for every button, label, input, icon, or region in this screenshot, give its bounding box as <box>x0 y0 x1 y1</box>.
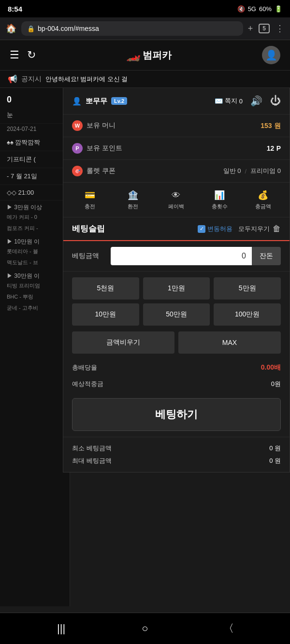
action-charge-amount[interactable]: 💰 충금액 <box>255 189 271 210</box>
odds-label: 총배당율 <box>72 363 97 372</box>
clear-all-label: 모두지우기 <box>238 225 270 233</box>
quick-btn-100000[interactable]: 10만원 <box>72 303 139 326</box>
left-entry-2: 기프티콘 ( <box>0 151 70 168</box>
user-info-left: 👤 뽀무무 Lv.2 <box>72 97 127 106</box>
action-icons-row: 💳 충전 🏦 환전 👁 페이백 📊 충횟수 💰 충금액 <box>63 183 290 217</box>
quick-btn-500000[interactable]: 50만원 <box>143 303 210 326</box>
site-header: ☰ ↻ 🏎️ 범퍼카 👤 <box>0 40 290 71</box>
quick-btn-1000000[interactable]: 100만원 <box>214 303 281 326</box>
nav-home-button[interactable]: ○ <box>135 619 155 638</box>
refresh-icon[interactable]: ↻ <box>27 49 36 61</box>
max-bet-label: 최대 베팅금액 <box>72 457 112 465</box>
balance-money-left: W 보유 머니 <box>72 120 116 131</box>
main-content: 0 눈 2024-07-21 ♠♠ 깜짝깜짝 기프티콘 ( - 7 월 21일 … <box>0 88 290 606</box>
min-bet-value: 0 원 <box>269 444 281 453</box>
url-text: bp-004.com/#messa <box>38 25 237 32</box>
nav-back-button[interactable]: ||| <box>52 619 71 638</box>
balance-points-value-area: 12 P <box>267 144 281 153</box>
bet-button[interactable]: 베팅하기 <box>72 398 281 431</box>
status-icons: 🔇 5G 60% 🔋 <box>237 5 282 13</box>
max-bet-row: 최대 베팅금액 0 원 <box>72 455 281 467</box>
balance-check-button[interactable]: 잔돈 <box>252 247 281 265</box>
browser-home-button[interactable]: 🏠 <box>6 23 16 34</box>
balance-points-value: 12 <box>267 144 275 152</box>
betting-amount-row: 베팅금액 잔돈 <box>63 241 290 272</box>
coupon-normal: 일반 0 <box>223 167 241 175</box>
message-icon: ✉️ <box>215 97 223 105</box>
clear-all-button[interactable]: 모두지우기 🗑 <box>238 224 281 234</box>
balance-money-label: 보유 머니 <box>87 121 116 130</box>
left-entry-3: - 7 월 21일 <box>0 168 70 185</box>
left-date: 2024-07-21 <box>0 124 70 134</box>
lock-icon: 🔒 <box>27 25 35 32</box>
battery-icon: 60% <box>259 5 272 13</box>
min-bet-label: 최소 베팅금액 <box>72 444 112 453</box>
clear-amount-button[interactable]: 금액비우기 <box>72 331 174 354</box>
charge-label: 충전 <box>85 203 95 210</box>
user-info-right: ✉️ 쪽지 0 🔊 ⏻ <box>215 95 281 107</box>
site-logo: 🏎️ 범퍼카 <box>126 48 172 62</box>
action-charge-count[interactable]: 📊 충횟수 <box>212 189 228 210</box>
odds-value: 0.00배 <box>261 363 281 372</box>
payback-icon: 👁 <box>168 189 184 201</box>
wallet-w-icon: W <box>72 120 83 131</box>
power-button[interactable]: ⏻ <box>270 95 281 107</box>
left-entry-7: 컴포즈 커피 - <box>0 224 70 235</box>
status-bar: 8:54 🔇 5G 60% 🔋 <box>0 0 290 17</box>
user-avatar-button[interactable]: 👤 <box>262 46 280 64</box>
logo-car-icon: 🏎️ <box>126 48 141 62</box>
amount-label: 베팅금액 <box>72 252 111 260</box>
amount-input[interactable] <box>111 247 252 265</box>
new-tab-button[interactable]: + <box>248 24 253 34</box>
left-entry-14: 굳네 - 고추비 <box>0 303 70 315</box>
signal-icon: 5G <box>248 5 256 13</box>
action-payback[interactable]: 👁 페이백 <box>168 189 184 210</box>
battery-indicator: 🔋 <box>275 5 282 13</box>
hamburger-menu-icon[interactable]: ☰ <box>10 49 19 61</box>
browser-url-bar[interactable]: 🔒 bp-004.com/#messa <box>21 21 243 36</box>
points-p-icon: P <box>72 143 83 154</box>
roulette-icon: 🎯 <box>72 166 83 176</box>
menu-button[interactable]: ⋮ <box>276 23 284 34</box>
expected-value: 0원 <box>271 380 281 388</box>
quick-btn-50000[interactable]: 5만원 <box>214 277 281 300</box>
mute-icon: 🔇 <box>237 5 245 13</box>
user-person-icon: 👤 <box>72 97 82 106</box>
quick-btn-10000[interactable]: 1만원 <box>143 277 210 300</box>
left-entry-10: 맥도날드 - 브 <box>0 258 70 269</box>
coupon-row: 🎯 롤렛 쿠폰 일반 0 / 프리미엄 0 <box>63 160 290 183</box>
min-bet-row: 최소 베팅금액 0 원 <box>72 442 281 455</box>
max-button[interactable]: MAX <box>178 331 281 354</box>
action-exchange[interactable]: 🏦 환전 <box>125 189 141 210</box>
balance-money-value-area: 153 원 <box>261 121 281 130</box>
max-bet-value: 0 원 <box>269 457 281 465</box>
user-info-row: 👤 뽀무무 Lv.2 ✉️ 쪽지 0 🔊 ⏻ <box>63 88 290 114</box>
nav-forward-button[interactable]: 〈 <box>219 619 238 638</box>
variable-allow-checkbox[interactable]: ✓ 변동허용 <box>198 225 232 233</box>
notice-bar: 📢 공지시 안녕하세요! 범퍼카에 오신 걸 <box>0 71 290 88</box>
left-label: 눈 <box>0 107 70 124</box>
betting-slip-header: 베팅슬립 ✓ 변동허용 모두지우기 🗑 <box>63 217 290 241</box>
action-charge[interactable]: 💳 충전 <box>82 189 98 210</box>
payback-label: 페이백 <box>168 203 184 210</box>
variable-allow-label: 변동허용 <box>207 225 232 233</box>
exchange-label: 환전 <box>128 203 138 210</box>
coupon-premium: 프리미엄 0 <box>250 167 281 175</box>
balance-points-left: P 보유 포인트 <box>72 143 122 154</box>
coupon-label: 롤렛 쿠폰 <box>87 167 116 175</box>
sound-button[interactable]: 🔊 <box>250 95 262 107</box>
logo-text: 범퍼카 <box>143 49 172 62</box>
quick-btn-5000[interactable]: 5천원 <box>72 277 139 300</box>
charge-icon: 💳 <box>82 189 98 201</box>
left-entry-1: ♠♠ 깜짝깜짝 <box>0 134 70 151</box>
left-entry-4: ◇◇ 21:00 <box>0 185 70 200</box>
left-sidebar: 0 눈 2024-07-21 ♠♠ 깜짝깜짝 기프티콘 ( - 7 월 21일 … <box>0 88 70 606</box>
tab-count[interactable]: 5 <box>259 24 270 33</box>
trash-icon: 🗑 <box>273 224 281 234</box>
header-left-buttons: ☰ ↻ <box>10 49 36 61</box>
balance-money-row: W 보유 머니 153 원 <box>63 114 290 137</box>
checkbox-checkmark: ✓ <box>198 225 205 233</box>
expected-label: 예상적중금 <box>72 380 103 388</box>
coupon-left: 🎯 롤렛 쿠폰 <box>72 166 116 176</box>
notif-count: 0 <box>239 98 243 105</box>
